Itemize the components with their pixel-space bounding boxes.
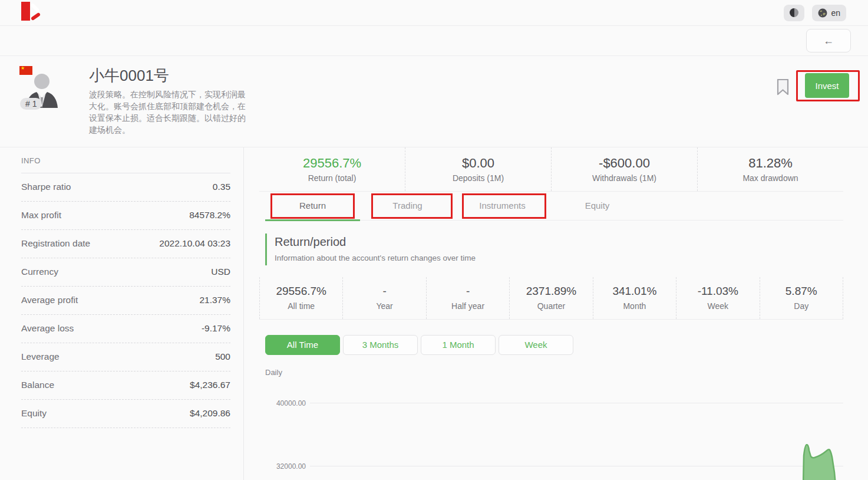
period-stats-row: 29556.7% All time - Year - Half year 237… — [259, 277, 843, 320]
bookmark-icon[interactable] — [777, 79, 789, 96]
info-row-equity: Equity $4,209.86 — [21, 400, 230, 428]
stat-return-total: 29556.7% Return (total) — [259, 147, 405, 191]
rank-badge: # 1 — [20, 98, 42, 110]
language-button[interactable]: en — [812, 5, 846, 21]
chart-range-buttons: All Time 3 Months 1 Month Week — [265, 335, 843, 355]
range-all-time-button[interactable]: All Time — [265, 335, 340, 355]
roboforex-logo-icon[interactable] — [21, 2, 39, 21]
language-label: en — [831, 8, 840, 18]
trader-name: 小牛0001号 — [89, 65, 254, 86]
theme-toggle-button[interactable] — [784, 5, 804, 21]
back-button[interactable]: ← — [806, 29, 851, 52]
period-half-year: - Half year — [426, 277, 509, 319]
info-row-sharpe-ratio: Sharpe ratio 0.35 — [21, 173, 230, 202]
period-year: - Year — [342, 277, 425, 319]
summary-stats-row: 29556.7% Return (total) $0.00 Deposits (… — [259, 147, 843, 192]
top-actions: en — [784, 5, 846, 21]
info-row-max-profit: Max profit 84578.2% — [21, 202, 230, 230]
area-chart-spike — [803, 444, 840, 480]
section-title: Return/period — [275, 235, 843, 249]
back-arrow-icon: ← — [823, 35, 834, 47]
trader-description: 波段策略。在控制风险情况下，实现利润最大化。账号会抓住底部和顶部建仓机会，在设置… — [89, 89, 247, 136]
info-panel-title: INFO — [21, 156, 230, 173]
contrast-icon — [790, 8, 798, 17]
china-flag-icon: ★ — [19, 66, 32, 75]
info-row-leverage: Leverage 500 — [21, 343, 230, 371]
trader-profile-header: ★ # 1 小牛0001号 波段策略。在控制风险情况下，实现利润最大化。账号会抓… — [0, 56, 868, 147]
range-3-months-button[interactable]: 3 Months — [343, 335, 418, 355]
stat-withdrawals: -$600.00 Withdrawals (1M) — [551, 147, 697, 191]
section-subtitle: Information about the account's return c… — [275, 254, 843, 262]
stat-max-drawdown: 81.28% Max drawdown — [697, 147, 843, 191]
sub-bar: ← — [0, 26, 868, 56]
gridline — [310, 466, 843, 466]
info-row-registration-date: Registration date 2022.10.04 03:23 — [21, 230, 230, 258]
info-row-currency: Currency USD — [21, 258, 230, 287]
globe-icon — [818, 8, 827, 18]
invest-button[interactable]: Invest — [805, 73, 849, 98]
gridline — [310, 403, 843, 403]
period-month: 341.01% Month — [593, 277, 676, 319]
info-panel: INFO Sharpe ratio 0.35 Max profit 84578.… — [0, 147, 244, 480]
tab-instruments[interactable]: Instruments — [455, 192, 550, 220]
info-row-average-profit: Average profit 21.37% — [21, 287, 230, 315]
period-quarter: 2371.89% Quarter — [509, 277, 592, 319]
range-week-button[interactable]: Week — [499, 335, 573, 355]
tab-equity[interactable]: Equity — [550, 192, 645, 220]
y-axis-tick-40000: 40000.00 — [259, 399, 310, 407]
range-1-month-button[interactable]: 1 Month — [421, 335, 496, 355]
chart-frequency-label: Daily — [265, 368, 843, 377]
annotation-box-invest: Invest — [796, 70, 860, 101]
info-row-balance: Balance $4,236.67 — [21, 371, 230, 400]
return-period-section-header: Return/period Information about the acco… — [265, 234, 843, 265]
tab-trading[interactable]: Trading — [360, 192, 455, 220]
period-week: -11.03% Week — [676, 277, 759, 319]
top-bar: en — [0, 0, 868, 26]
return-chart: 40000.00 32000.00 — [259, 391, 843, 480]
period-day: 5.87% Day — [760, 277, 843, 319]
account-tabs: Return Trading Instruments Equity — [265, 192, 843, 221]
info-row-average-loss: Average loss -9.17% — [21, 315, 230, 343]
period-all-time: 29556.7% All time — [259, 277, 342, 319]
avatar: ★ # 1 — [19, 64, 70, 136]
stat-deposits: $0.00 Deposits (1M) — [405, 147, 551, 191]
tab-return[interactable]: Return — [265, 192, 360, 220]
y-axis-tick-32000: 32000.00 — [259, 462, 310, 471]
